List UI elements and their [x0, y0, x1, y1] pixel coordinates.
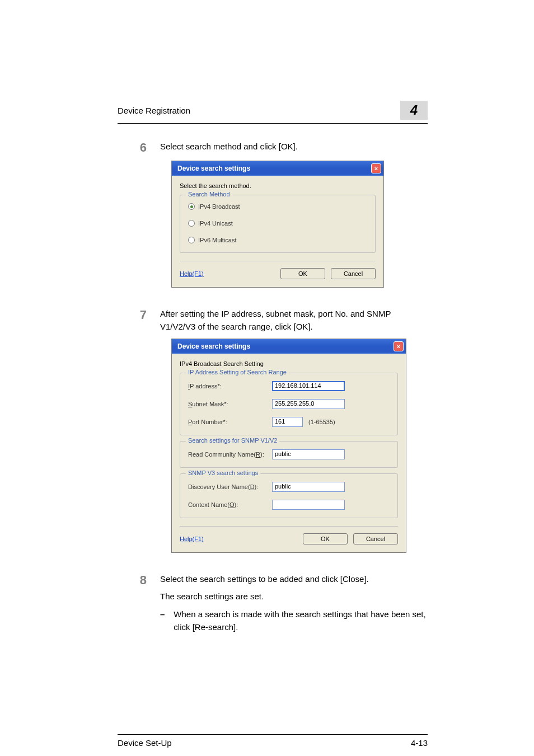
close-icon[interactable]: × [394, 341, 404, 351]
footer-left: Device Set-Up [118, 738, 172, 748]
subnet-mask-label: Subnet Mask*: [188, 401, 272, 407]
ip-address-input[interactable]: 192.168.101.114 [272, 381, 345, 391]
dialog1-title: Device search settings [177, 165, 250, 172]
help-link[interactable]: Help(F1) [180, 536, 204, 542]
dialog-broadcast-setting: Device search settings × IPv4 Broadcast … [171, 339, 406, 553]
dialog1-titlebar: Device search settings × [172, 161, 383, 176]
context-name-input[interactable] [272, 500, 345, 510]
radio-ipv4-broadcast[interactable]: IPv4 Broadcast [188, 203, 367, 210]
close-icon[interactable]: × [371, 163, 381, 173]
step8-number: 8 [118, 573, 147, 633]
step6-text: Select search method and click [OK]. [160, 140, 428, 155]
read-community-label: Read Community Name(R): [188, 451, 272, 458]
help-link[interactable]: Help(F1) [180, 270, 204, 277]
snmp-v3-legend: SNMP V3 search settings [186, 469, 260, 476]
ip-address-label: IP address*: [188, 383, 272, 389]
discovery-user-label: Discovery User Name(D): [188, 483, 272, 490]
cancel-button[interactable]: Cancel [353, 533, 398, 544]
radio-label: IPv6 Multicast [198, 237, 236, 243]
step8-text2: The search settings are set. [160, 590, 428, 603]
dialog2-title: Device search settings [177, 342, 250, 350]
dialog2-titlebar: Device search settings × [172, 339, 406, 354]
ok-button[interactable]: OK [280, 268, 325, 279]
port-number-label: Port Number*: [188, 419, 272, 425]
step7-text: After setting the IP address, subnet mas… [160, 308, 428, 333]
read-community-input[interactable]: public [272, 449, 345, 459]
dialog1-instruction: Select the search method. [180, 182, 376, 189]
ok-button[interactable]: OK [303, 533, 348, 544]
context-name-label: Context Name(O): [188, 501, 272, 508]
snmp-v1v2-legend: Search settings for SNMP V1/V2 [186, 437, 279, 444]
discovery-user-input[interactable]: public [272, 482, 345, 492]
port-number-input[interactable]: 161 [272, 417, 303, 427]
ip-range-legend: IP Address Setting of Search Range [186, 369, 289, 375]
step6-number: 6 [118, 140, 147, 155]
section-title: Device Registration [118, 106, 190, 115]
radio-ipv6-multicast[interactable]: IPv6 Multicast [188, 237, 367, 243]
radio-ipv4-unicast[interactable]: IPv4 Unicast [188, 220, 367, 227]
subnet-mask-input[interactable]: 255.255.255.0 [272, 399, 345, 409]
radio-icon [188, 220, 195, 227]
radio-label: IPv4 Broadcast [198, 203, 240, 210]
chapter-num: 4 [400, 101, 428, 120]
step8-bullet: When a search is made with the search se… [174, 608, 428, 633]
dialog-search-method: Device search settings × Select the sear… [171, 161, 384, 288]
bullet-dash-icon: – [160, 608, 165, 633]
radio-icon [188, 203, 195, 210]
footer-right: 4-13 [411, 738, 428, 748]
step8-text1: Select the search settings to be added a… [160, 573, 428, 586]
radio-icon [188, 237, 195, 243]
search-method-legend: Search Method [186, 191, 232, 198]
dialog2-section: IPv4 Broadcast Search Setting [180, 360, 398, 367]
port-hint: (1-65535) [308, 419, 335, 425]
radio-label: IPv4 Unicast [198, 220, 233, 227]
cancel-button[interactable]: Cancel [331, 268, 376, 279]
step7-number: 7 [118, 308, 147, 333]
